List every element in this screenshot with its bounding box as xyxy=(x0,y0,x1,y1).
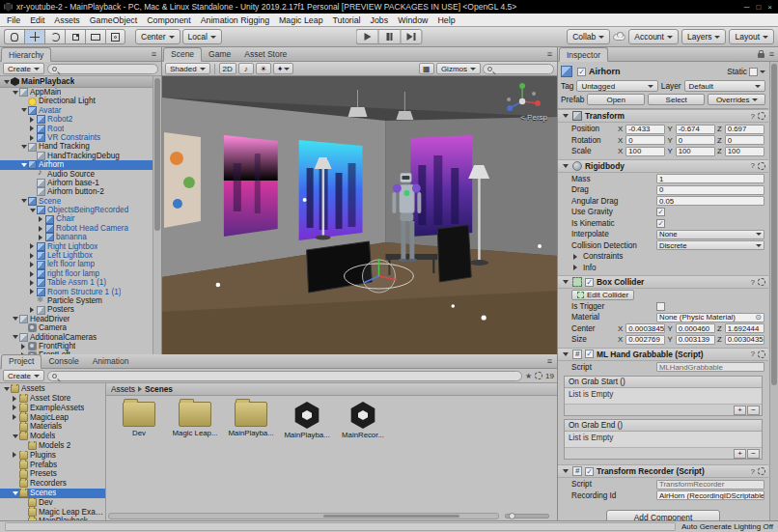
hierarchy-item-root[interactable]: Root xyxy=(0,125,161,133)
add-listener-button[interactable]: + xyxy=(734,406,746,415)
size-z-field[interactable]: 0.0030435 xyxy=(725,335,764,345)
rotation-y-field[interactable]: 0 xyxy=(676,135,715,145)
tab-inspector[interactable]: Inspector xyxy=(559,47,608,62)
hierarchy-item-room-structure-1-1[interactable]: Room Structure 1 (1) xyxy=(0,288,161,296)
component-enabled-checkbox[interactable]: ✓ xyxy=(585,350,594,358)
asset-zoom-slider[interactable] xyxy=(505,514,549,518)
hierarchy-item-camera[interactable]: Camera xyxy=(0,323,161,332)
foldout-closed-icon[interactable] xyxy=(19,344,28,350)
hierarchy-item-right-lightbox[interactable]: Right Lightbox xyxy=(0,242,161,251)
recording-id-object-field[interactable]: AirHorn (RecordingIDScriptable)⊙ xyxy=(656,490,764,500)
project-tree-item-magic-leap-examples[interactable]: Magic Leap Examples xyxy=(0,507,105,517)
foldout-open-icon[interactable] xyxy=(561,277,570,287)
project-search-input[interactable] xyxy=(47,371,522,381)
cloud-services-icon[interactable] xyxy=(613,34,625,41)
project-tree-item-magicleap[interactable]: MagicLeap xyxy=(0,412,105,422)
project-tree-item-assets[interactable]: Assets xyxy=(0,384,105,394)
component-header[interactable]: Rigidbody ? xyxy=(558,159,768,173)
edit-collider-button[interactable]: Edit Collider xyxy=(571,290,634,300)
hierarchy-item-avatar[interactable]: Avatar xyxy=(0,106,161,115)
foldout-closed-icon[interactable] xyxy=(37,216,45,222)
menu-edit[interactable]: Edit xyxy=(25,15,49,25)
create-dropdown[interactable]: Create xyxy=(3,63,44,74)
asset-mainrecor[interactable]: MainRecor... xyxy=(338,402,388,439)
hierarchy-item-robot-head-camera[interactable]: Robot Head Camera xyxy=(0,224,161,233)
hierarchy-search-input[interactable] xyxy=(47,64,158,74)
transform-tool-button[interactable] xyxy=(105,29,125,44)
prefab-open-button[interactable]: Open xyxy=(587,94,645,105)
project-tree-item-asset-store[interactable]: Asset Store xyxy=(0,394,105,404)
tab-console[interactable]: Console xyxy=(42,354,85,369)
help-icon[interactable]: ? xyxy=(751,350,755,358)
hierarchy-item-chair[interactable]: Chair xyxy=(0,214,161,223)
hidden-packages-icon[interactable] xyxy=(535,372,542,379)
project-tree-item-plugins[interactable]: Plugins xyxy=(0,451,105,461)
tab-project[interactable]: Project xyxy=(1,354,42,369)
active-checkbox[interactable]: ✓ xyxy=(577,68,586,76)
help-icon[interactable]: ? xyxy=(751,467,755,476)
scale-x-field[interactable]: 100 xyxy=(625,147,665,156)
pause-button[interactable] xyxy=(378,29,401,44)
foldout-closed-icon[interactable] xyxy=(28,280,37,286)
inspector-scrollbar[interactable] xyxy=(769,62,778,520)
scene-effects-dropdown[interactable]: ✦ xyxy=(273,63,293,74)
tab-game[interactable]: Game xyxy=(202,47,237,62)
maximize-button[interactable]: □ xyxy=(756,3,761,12)
foldout-open-icon[interactable] xyxy=(561,350,570,359)
hand-tool-button[interactable] xyxy=(4,29,24,44)
position-y-field[interactable]: -0.674 xyxy=(676,125,715,134)
foldout-open-icon[interactable] xyxy=(19,106,28,115)
hierarchy-item-bananna[interactable]: bananna xyxy=(0,233,161,241)
hierarchy-item-frontright[interactable]: FrontRight xyxy=(0,342,161,350)
project-tree-item-mainplayback[interactable]: MainPlayback xyxy=(0,517,105,520)
foldout-closed-icon[interactable] xyxy=(28,253,37,259)
gear-icon[interactable] xyxy=(758,112,765,120)
help-icon[interactable]: ? xyxy=(751,161,755,170)
hierarchy-item-vr-constraints[interactable]: VR Constraints xyxy=(0,133,161,142)
menu-magic-leap[interactable]: Magic Leap xyxy=(274,15,327,25)
gameobject-name-field[interactable]: Airhorn xyxy=(589,67,724,76)
project-tree-item-exampleassets[interactable]: ExampleAssets xyxy=(0,404,105,413)
breadcrumb-root[interactable]: Assets xyxy=(111,384,135,394)
position-z-field[interactable]: 0.697 xyxy=(725,125,764,134)
menu-component[interactable]: Component xyxy=(142,15,195,25)
foldout-closed-icon[interactable] xyxy=(28,307,37,313)
project-tree-item-materials[interactable]: Materials xyxy=(0,422,105,432)
hierarchy-item-robot2[interactable]: Robot2 xyxy=(0,115,161,124)
tab-scene[interactable]: Scene xyxy=(163,47,202,62)
gear-icon[interactable] xyxy=(758,162,765,170)
foldout-constraints[interactable]: Constraints xyxy=(558,251,768,263)
gizmos-dropdown[interactable]: Gizmos xyxy=(436,63,481,74)
asset-dev[interactable]: Dev xyxy=(114,402,164,437)
step-button[interactable] xyxy=(401,29,423,44)
project-tree-item-recorders[interactable]: Recorders xyxy=(0,479,105,489)
foldout-closed-icon[interactable] xyxy=(11,414,19,420)
create-dropdown[interactable]: Create xyxy=(3,370,44,381)
foldout-closed-icon[interactable] xyxy=(37,235,45,240)
hierarchy-item-appmain[interactable]: AppMain xyxy=(0,88,161,97)
tab-hierarchy[interactable]: Hierarchy xyxy=(1,47,51,62)
hierarchy-item-scene[interactable]: Scene xyxy=(0,197,161,206)
foldout-closed-icon[interactable] xyxy=(28,289,37,294)
prefab-overrides-button[interactable]: Overrides xyxy=(708,94,765,105)
collision-detection-dropdown[interactable]: Discrete xyxy=(656,240,764,250)
scene-search-input[interactable] xyxy=(483,64,554,74)
project-tree-item-presets[interactable]: Presets xyxy=(0,469,105,479)
gear-icon[interactable] xyxy=(758,467,765,475)
foldout-closed-icon[interactable] xyxy=(11,405,19,410)
hierarchy-item-airhorn-button-2[interactable]: Airhorn button-2 xyxy=(0,187,161,196)
hierarchy-scrollbar[interactable] xyxy=(153,76,161,354)
hierarchy-item-posters[interactable]: Posters xyxy=(0,305,161,314)
foldout-closed-icon[interactable] xyxy=(19,352,28,354)
gear-icon[interactable] xyxy=(758,350,765,358)
foldout-open-icon[interactable] xyxy=(561,466,570,476)
is-kinematic-checkbox[interactable]: ✓ xyxy=(656,219,665,228)
add-listener-button[interactable]: + xyxy=(734,449,746,459)
hierarchy-item-audio-source[interactable]: Audio Source xyxy=(0,170,161,179)
menu-animation-rigging[interactable]: Animation Rigging xyxy=(196,15,274,25)
interpolate-dropdown[interactable]: None xyxy=(656,230,764,239)
menu-file[interactable]: File xyxy=(2,15,25,25)
lock-icon[interactable] xyxy=(758,53,764,58)
tag-dropdown[interactable]: Untagged xyxy=(576,80,657,92)
scene-canvas[interactable]: < Persp xyxy=(162,76,557,354)
